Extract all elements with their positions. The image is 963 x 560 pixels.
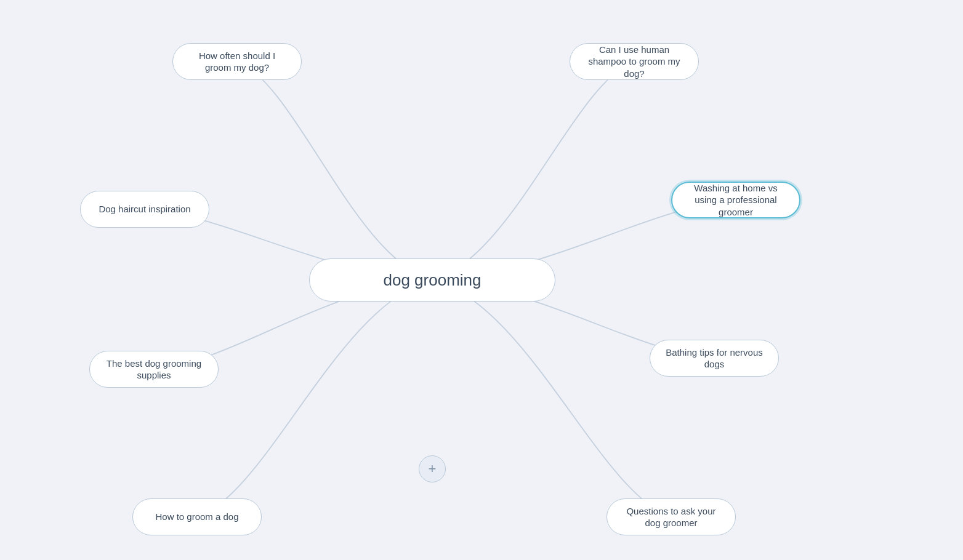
branch-node-n4[interactable]: Washing at home vs using a professional … [671,182,800,218]
branch-node-n2[interactable]: Can I use human shampoo to groom my dog? [570,43,699,80]
line-n8 [432,280,671,517]
branch-node-n5[interactable]: The best dog grooming supplies [89,351,219,388]
branch-node-n1[interactable]: How often should I groom my dog? [172,43,302,80]
center-node[interactable]: dog grooming [309,258,555,302]
branch-node-n7[interactable]: How to groom a dog [132,498,262,535]
line-n1 [237,62,432,280]
branch-node-n6[interactable]: Bathing tips for nervous dogs [650,340,779,377]
branch-node-n3[interactable]: Dog haircut inspiration [80,191,209,228]
branch-node-n8[interactable]: Questions to ask your dog groomer [606,498,736,535]
line-n7 [197,280,432,517]
line-n2 [432,62,634,280]
add-node-button[interactable]: + [419,455,446,482]
mind-map-canvas: dog grooming + How often should I groom … [0,0,963,560]
